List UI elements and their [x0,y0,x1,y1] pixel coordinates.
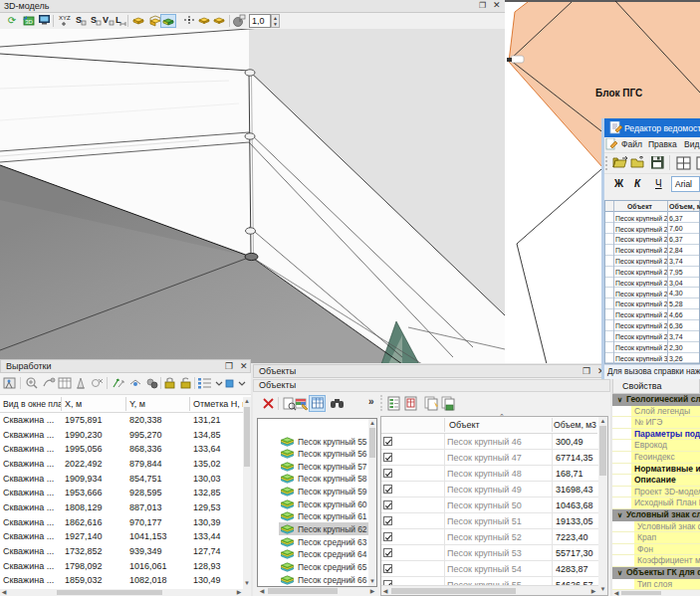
svg-text:3D: 3D [25,19,33,25]
svg-text:XYZ: XYZ [59,15,71,21]
svg-text:S: S [76,15,82,25]
svg-text:Блок ПГС: Блок ПГС [595,88,642,99]
svg-text:S: S [91,15,97,25]
svg-text:V: V [103,15,109,25]
